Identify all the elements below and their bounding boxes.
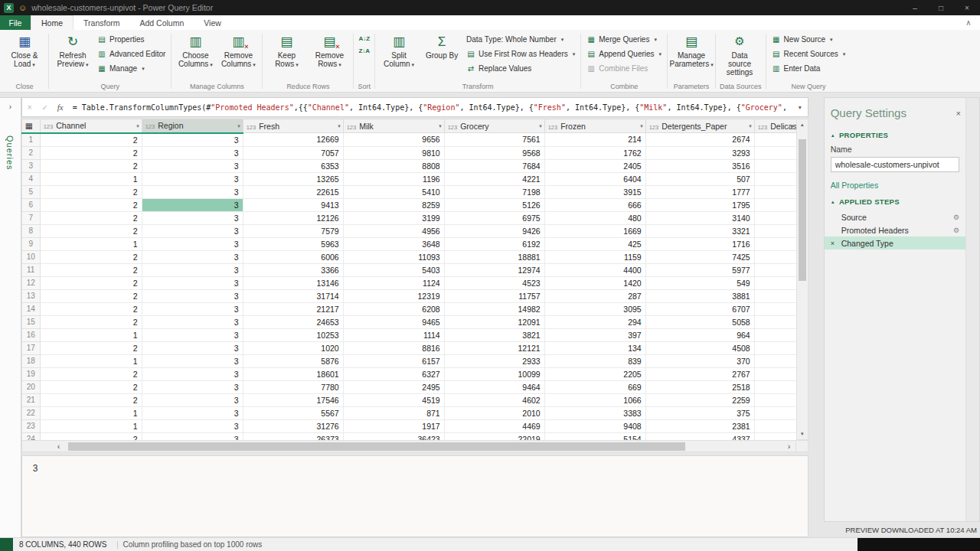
cell[interactable]: 1795 (645, 198, 754, 211)
cell[interactable]: 7684 (444, 159, 544, 172)
row-number[interactable]: 19 (21, 367, 40, 380)
cell[interactable]: 214 (544, 133, 645, 147)
row-number[interactable]: 4 (21, 172, 40, 185)
cell[interactable]: 3293 (645, 146, 754, 159)
cell[interactable]: 1196 (343, 172, 444, 185)
cell[interactable] (754, 367, 796, 380)
collapse-ribbon-icon[interactable]: ∧ (957, 15, 980, 30)
cell[interactable]: 3 (142, 250, 243, 263)
cell[interactable]: 666 (544, 198, 645, 211)
cell[interactable] (754, 341, 796, 354)
cell[interactable]: 3140 (645, 211, 754, 224)
cell[interactable]: 4519 (343, 393, 444, 406)
cell[interactable]: 6404 (544, 172, 645, 185)
cell[interactable]: 3095 (544, 302, 645, 315)
cell[interactable]: 425 (544, 237, 645, 250)
cell[interactable]: 2 (40, 185, 142, 198)
cell[interactable]: 36423 (343, 432, 444, 440)
cell[interactable]: 6192 (444, 237, 544, 250)
cell[interactable]: 4523 (444, 276, 544, 289)
properties-section-header[interactable]: ▲ PROPERTIES (825, 127, 965, 142)
filter-dropdown-icon[interactable]: ▾ (749, 123, 752, 129)
cell[interactable]: 871 (343, 406, 444, 419)
expand-queries-pane-icon[interactable]: › (9, 98, 11, 114)
cell[interactable]: 5058 (645, 315, 754, 328)
cell[interactable] (754, 224, 796, 237)
cell[interactable]: 2381 (645, 419, 754, 432)
cell[interactable]: 2 (40, 380, 142, 393)
column-profiling-status[interactable]: Column profiling based on top 1000 rows (122, 540, 262, 549)
filter-dropdown-icon[interactable]: ▾ (640, 123, 643, 129)
row-number[interactable]: 15 (21, 315, 40, 328)
cell[interactable]: 6327 (343, 367, 444, 380)
refresh-preview-button[interactable]: ↻ Refresh Preview▾ (51, 31, 94, 68)
cell[interactable]: 3 (142, 367, 243, 380)
cell[interactable]: 6208 (343, 302, 444, 315)
step-settings-gear-icon[interactable]: ⚙ (953, 214, 959, 221)
cell[interactable] (754, 159, 796, 172)
cell[interactable] (754, 354, 796, 367)
cell[interactable]: 4956 (343, 224, 444, 237)
cell[interactable]: 5977 (645, 263, 754, 276)
replace-values-button[interactable]: ⇄ Replace Values (463, 61, 578, 76)
column-header-grocery[interactable]: 123Grocery▾ (444, 119, 544, 133)
cell[interactable]: 12091 (444, 315, 544, 328)
cell[interactable]: 1 (40, 419, 142, 432)
cell[interactable]: 6006 (243, 250, 343, 263)
cell[interactable]: 1 (40, 172, 142, 185)
cell[interactable]: 964 (645, 328, 754, 341)
cell[interactable]: 2933 (444, 354, 544, 367)
tab-home[interactable]: Home (31, 15, 74, 30)
sort-descending-button[interactable]: Z↓A (356, 44, 372, 57)
row-number[interactable]: 23 (21, 419, 40, 432)
use-first-row-as-headers-button[interactable]: ▤ Use First Row as Headers ▾ (463, 47, 578, 61)
cell[interactable]: 5567 (243, 406, 343, 419)
cell[interactable]: 26373 (243, 432, 343, 440)
close-panel-icon[interactable]: × (956, 109, 961, 118)
cell[interactable]: 3321 (645, 224, 754, 237)
cell[interactable]: 8816 (343, 341, 444, 354)
sort-ascending-button[interactable]: A↓Z (356, 32, 372, 44)
row-number[interactable]: 10 (21, 250, 40, 263)
row-number[interactable]: 11 (21, 263, 40, 276)
cell[interactable]: 8808 (343, 159, 444, 172)
cell[interactable]: 7579 (243, 224, 343, 237)
cell[interactable]: 22019 (444, 432, 544, 440)
panel-scrollbar[interactable] (965, 98, 979, 521)
cell[interactable]: 2 (40, 250, 142, 263)
cell[interactable]: 2205 (544, 367, 645, 380)
cell[interactable]: 549 (645, 276, 754, 289)
cell[interactable]: 1420 (544, 276, 645, 289)
cell[interactable]: 7780 (243, 380, 343, 393)
cell[interactable]: 3 (142, 133, 243, 147)
cell[interactable]: 9810 (343, 146, 444, 159)
row-number[interactable]: 8 (21, 224, 40, 237)
cell[interactable]: 3 (142, 172, 243, 185)
cell[interactable]: 5126 (444, 198, 544, 211)
cell[interactable]: 397 (544, 328, 645, 341)
filter-dropdown-icon[interactable]: ▾ (539, 123, 542, 129)
select-all-corner[interactable]: ▦ (21, 119, 40, 133)
cell[interactable] (754, 211, 796, 224)
cell[interactable]: 5876 (243, 354, 343, 367)
tab-add-column[interactable]: Add Column (129, 15, 194, 30)
filter-dropdown-icon[interactable]: ▾ (136, 123, 139, 129)
cell[interactable]: 11093 (343, 250, 444, 263)
queries-pane-label[interactable]: Queries (5, 135, 15, 171)
cell[interactable]: 370 (645, 354, 754, 367)
cell[interactable]: 2 (40, 263, 142, 276)
cell[interactable]: 3 (142, 198, 243, 211)
cell[interactable]: 4469 (444, 419, 544, 432)
cell[interactable]: 1 (40, 328, 142, 341)
column-header-channel[interactable]: 123Channel▾ (40, 119, 142, 133)
cell[interactable]: 2 (40, 159, 142, 172)
cell[interactable]: 9408 (544, 419, 645, 432)
cell[interactable]: 2 (40, 211, 142, 224)
cell[interactable]: 11757 (444, 289, 544, 302)
cell[interactable]: 24653 (243, 315, 343, 328)
merge-queries-button[interactable]: ▦ Merge Queries ▾ (583, 32, 665, 47)
cell[interactable] (754, 276, 796, 289)
row-number[interactable]: 13 (21, 289, 40, 302)
cell[interactable]: 13265 (243, 172, 343, 185)
cell[interactable]: 12319 (343, 289, 444, 302)
